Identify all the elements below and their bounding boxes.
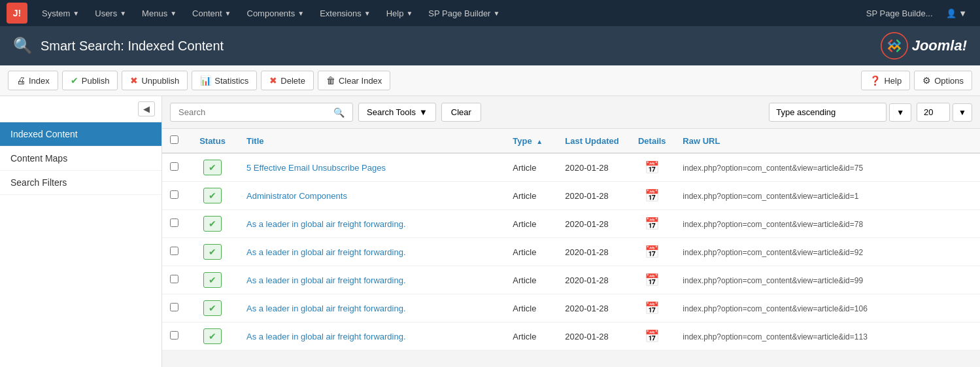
options-button[interactable]: ⚙ Options [914,71,972,90]
row-checkbox-2[interactable] [170,218,178,227]
options-icon: ⚙ [922,75,931,86]
row-title-link[interactable]: As a leader in global air freight forwar… [246,304,406,313]
publish-icon: ✔ [71,75,78,86]
status-badge[interactable]: ✔ [203,216,222,232]
calendar-icon[interactable]: 📅 [645,189,659,202]
delete-icon: ✖ [269,75,277,86]
calendar-icon[interactable]: 📅 [645,330,659,343]
row-checkbox-0[interactable] [170,162,178,171]
select-all-checkbox[interactable] [170,135,178,144]
row-details-cell: 📅 [629,210,675,238]
row-checkbox-3[interactable] [170,247,178,255]
sidebar-item-search-filters[interactable]: Search Filters [0,171,161,195]
nav-components[interactable]: Components ▼ [241,0,311,26]
status-badge[interactable]: ✔ [203,160,222,175]
sort-select[interactable]: Type ascending [769,103,887,122]
status-badge[interactable]: ✔ [203,244,222,260]
sp-page-builder-link[interactable]: SP Page Builde... [860,9,939,18]
row-checkbox-cell [162,238,186,266]
row-raw-url-cell: index.php?option=com_content&view=articl… [675,153,980,182]
index-button[interactable]: 🖨 Index [8,71,58,90]
row-status-cell: ✔ [186,210,239,238]
row-title-cell: As a leader in global air freight forwar… [239,210,505,238]
row-title-cell: As a leader in global air freight forwar… [239,238,505,266]
row-status-cell: ✔ [186,182,239,210]
type-sort-arrow-icon: ▲ [536,138,543,145]
row-details-cell: 📅 [629,182,675,210]
table-row: ✔ Administrator Components Article 2020-… [162,182,980,210]
row-title-cell: As a leader in global air freight forwar… [239,294,505,323]
per-page-dropdown-button[interactable]: ▼ [953,103,972,122]
row-title-link[interactable]: Administrator Components [246,191,347,201]
unpublish-icon: ✖ [130,75,138,86]
row-title-link[interactable]: As a leader in global air freight forwar… [246,247,406,257]
nav-extensions[interactable]: Extensions ▼ [313,0,377,26]
unpublish-button[interactable]: ✖ Unpublish [122,71,188,90]
row-checkbox-4[interactable] [170,275,178,283]
status-badge[interactable]: ✔ [203,328,222,344]
row-checkbox-6[interactable] [170,331,178,340]
top-navigation: J! System ▼ Users ▼ Menus ▼ Content ▼ Co… [0,0,980,26]
statistics-button[interactable]: 📊 Statistics [192,71,257,90]
delete-button[interactable]: ✖ Delete [261,71,314,90]
sidebar-toggle-button[interactable]: ◀ [138,101,155,116]
main-layout: ◀ Indexed Content Content Maps Search Fi… [0,96,980,367]
header-status: Status [186,129,239,153]
status-badge[interactable]: ✔ [203,272,222,288]
calendar-icon[interactable]: 📅 [645,217,659,230]
row-title-link[interactable]: As a leader in global air freight forwar… [246,275,406,285]
row-details-cell: 📅 [629,153,675,182]
header-type[interactable]: Type ▲ [505,129,557,153]
row-status-cell: ✔ [186,153,239,182]
table-row: ✔ 5 Effective Email Unsubscribe Pages Ar… [162,153,980,182]
user-menu[interactable]: 👤 ▼ [939,9,973,18]
row-title-link[interactable]: As a leader in global air freight forwar… [246,332,406,341]
row-title-cell: As a leader in global air freight forwar… [239,266,505,294]
help-button[interactable]: ❓ Help [861,71,910,90]
nav-users[interactable]: Users ▼ [88,0,133,26]
status-check-icon: ✔ [209,247,216,257]
clear-button[interactable]: Clear [441,103,481,122]
calendar-icon[interactable]: 📅 [645,161,659,174]
clear-index-button[interactable]: 🗑 Clear Index [318,71,390,90]
status-check-icon: ✔ [209,218,216,229]
row-title-cell: 5 Effective Email Unsubscribe Pages [239,153,505,182]
row-checkbox-1[interactable] [170,190,178,199]
row-raw-url-cell: index.php?option=com_content&view=articl… [675,323,980,351]
row-date-cell: 2020-01-28 [557,323,629,351]
sidebar-item-content-maps[interactable]: Content Maps [0,147,161,171]
nav-help[interactable]: Help ▼ [380,0,420,26]
sort-select-dropdown-button[interactable]: ▼ [889,103,911,122]
status-check-icon: ✔ [209,331,216,341]
status-badge[interactable]: ✔ [203,188,222,203]
nav-sp-page-builder[interactable]: SP Page Builder ▼ [422,0,506,26]
filter-bar: 🔍 Search Tools ▼ Clear Type ascending ▼ … [162,96,980,129]
calendar-icon[interactable]: 📅 [645,273,659,287]
publish-button[interactable]: ✔ Publish [62,71,118,90]
table-row: ✔ As a leader in global air freight forw… [162,210,980,238]
row-status-cell: ✔ [186,323,239,351]
search-input[interactable] [176,103,331,121]
row-title-link[interactable]: 5 Effective Email Unsubscribe Pages [246,163,386,173]
data-table: Status Title Type ▲ Last Updated Details [162,129,980,351]
nav-menus[interactable]: Menus ▼ [135,0,183,26]
raw-url-text: index.php?option=com_content&view=articl… [683,164,863,173]
per-page-select[interactable]: 20 [917,103,950,122]
sidebar-item-indexed-content[interactable]: Indexed Content [0,122,161,147]
raw-url-text: index.php?option=com_content&view=articl… [683,332,868,341]
row-checkbox-cell [162,210,186,238]
row-date-cell: 2020-01-28 [557,210,629,238]
row-type-cell: Article [505,238,557,266]
table-header-row: Status Title Type ▲ Last Updated Details [162,129,980,153]
calendar-icon[interactable]: 📅 [645,302,659,315]
row-title-link[interactable]: As a leader in global air freight forwar… [246,219,406,229]
calendar-icon[interactable]: 📅 [645,245,659,258]
search-tools-button[interactable]: Search Tools ▼ [358,103,436,122]
search-go-button[interactable]: 🔍 [331,105,347,120]
status-badge[interactable]: ✔ [203,300,222,316]
nav-system[interactable]: System ▼ [35,0,86,26]
header-last-updated: Last Updated [557,129,629,153]
row-checkbox-5[interactable] [170,303,178,311]
nav-content[interactable]: Content ▼ [186,0,237,26]
per-page-wrap: 20 ▼ [917,103,972,122]
